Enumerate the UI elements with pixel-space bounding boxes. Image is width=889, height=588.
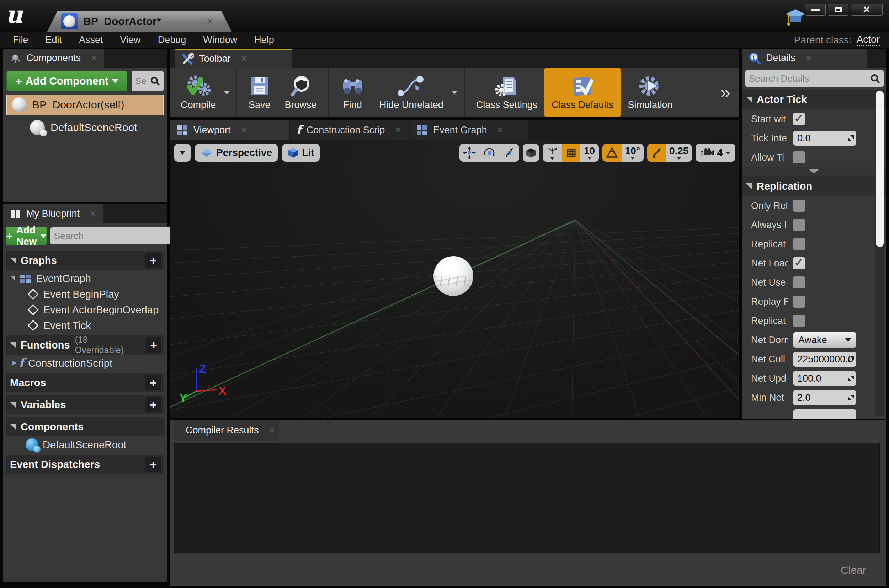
event-dispatchers-section-header[interactable]: Event Dispatchers + [6, 455, 164, 474]
tab-close-icon[interactable]: ✕ [241, 125, 247, 135]
menu-asset[interactable]: Asset [71, 34, 112, 45]
my-blueprint-search-input[interactable] [54, 231, 173, 242]
find-button[interactable]: Find [333, 68, 372, 117]
menu-help[interactable]: Help [246, 34, 283, 45]
viewport-3d[interactable]: Z X Y Perspective Lit [170, 140, 739, 418]
graphs-section-header[interactable]: Graphs + [6, 251, 164, 270]
tab-toolbar[interactable]: Toolbar ✕ [175, 49, 292, 68]
checkbox[interactable] [793, 315, 805, 327]
compile-options-chevron-icon[interactable] [224, 91, 230, 94]
grid-snap-value-button[interactable]: 10 [580, 144, 599, 162]
compiler-output[interactable] [174, 443, 880, 553]
parent-class-link[interactable]: Actor [857, 34, 880, 46]
add-graph-button[interactable]: + [145, 253, 161, 268]
checkbox[interactable] [793, 276, 805, 288]
camera-speed-button[interactable]: 4 [696, 144, 736, 162]
menu-edit[interactable]: Edit [37, 34, 71, 45]
collapse-triangle-icon[interactable] [746, 97, 752, 102]
collapse-triangle-icon[interactable] [10, 258, 16, 263]
viewport-options-button[interactable] [174, 144, 191, 162]
collapse-triangle-icon[interactable] [10, 342, 16, 348]
add-new-button[interactable]: + Add New [6, 226, 47, 245]
move-tool-button[interactable] [459, 144, 479, 162]
details-search-input[interactable] [749, 73, 868, 84]
min-net-update-field[interactable]: 2.0 [793, 390, 856, 405]
checkbox[interactable] [793, 113, 805, 125]
functions-section-header[interactable]: Functions (18 Overridable) + [6, 335, 164, 355]
details-scrollbar[interactable] [875, 91, 884, 416]
class-settings-button[interactable]: Class Settings [469, 68, 545, 117]
components-search-input[interactable] [135, 76, 148, 87]
tree-item-eventgraph[interactable]: EventGraph [6, 272, 164, 286]
tab-close-icon[interactable]: ✕ [91, 54, 97, 63]
components-search[interactable] [132, 71, 164, 91]
tab-event-graph[interactable]: Event Graph ✕ [410, 120, 528, 140]
surface-snap-button[interactable] [543, 144, 562, 162]
tab-construction-script[interactable]: f Construction Scrip ✕ [290, 120, 409, 140]
tab-close-icon[interactable]: ✕ [805, 54, 812, 63]
scale-snap-value-button[interactable]: 0.25 [666, 144, 692, 162]
toolbar-overflow-button[interactable]: » [720, 83, 736, 102]
tab-my-blueprint[interactable]: My Blueprint ✕ [3, 204, 103, 223]
scale-snap-toggle[interactable] [647, 144, 666, 162]
close-button[interactable]: ✕ [851, 3, 883, 16]
tab-close-icon[interactable]: ✕ [395, 125, 401, 135]
rotation-snap-value-button[interactable]: 10° [621, 144, 644, 162]
tab-close-icon[interactable]: ✕ [241, 54, 247, 64]
class-defaults-button[interactable]: Class Defaults [545, 68, 621, 117]
checkbox[interactable] [793, 152, 805, 164]
tab-components[interactable]: Components ✕ [3, 49, 104, 68]
macros-section-header[interactable]: Macros + [6, 373, 164, 392]
replication-section-header[interactable]: Replication [742, 176, 886, 196]
tab-compiler-results[interactable]: Compiler Results ✕ [174, 420, 279, 441]
checkbox[interactable] [793, 219, 805, 231]
asset-tab-close-icon[interactable]: ✕ [206, 16, 214, 26]
collapse-triangle-icon[interactable] [11, 276, 15, 281]
rotate-tool-button[interactable] [479, 144, 499, 162]
checkbox[interactable] [793, 200, 805, 212]
add-event-dispatcher-button[interactable]: + [145, 456, 161, 472]
scrollbar-thumb[interactable] [876, 91, 884, 247]
menu-debug[interactable]: Debug [149, 34, 195, 45]
save-button[interactable]: Save [241, 68, 278, 117]
hide-unrelated-button[interactable]: Hide Unrelated [372, 68, 451, 117]
tab-close-icon[interactable]: ✕ [90, 209, 96, 219]
simulation-button[interactable]: Simulation [621, 68, 680, 117]
default-scene-root-sphere[interactable] [433, 256, 473, 296]
collapse-triangle-icon[interactable] [746, 183, 752, 189]
tick-interval-field[interactable]: 0.0 [793, 131, 856, 146]
collapse-triangle-icon[interactable] [10, 424, 16, 429]
hide-unrelated-options-chevron-icon[interactable] [451, 91, 458, 94]
menu-file[interactable]: File [4, 34, 37, 45]
tree-item-event-actorbeginoverlap[interactable]: Event ActorBeginOverlap [6, 303, 164, 317]
minimize-button[interactable] [805, 3, 826, 16]
coordinate-system-button[interactable] [523, 144, 539, 162]
grid-snap-toggle[interactable] [562, 144, 580, 162]
checkbox[interactable] [793, 238, 805, 250]
tab-viewport[interactable]: Viewport ✕ [170, 120, 289, 140]
variables-section-header[interactable]: Variables + [6, 395, 164, 414]
checkbox[interactable] [793, 257, 805, 269]
add-component-button[interactable]: + Add Component [6, 71, 127, 91]
browse-button[interactable]: Browse [278, 68, 324, 117]
tab-close-icon[interactable]: ✕ [269, 426, 275, 435]
add-macro-button[interactable]: + [145, 375, 161, 390]
perspective-button[interactable]: Perspective [195, 144, 278, 162]
tree-item-constructionscript[interactable]: ➤ f ConstructionScript [6, 356, 164, 370]
tab-close-icon[interactable]: ✕ [497, 125, 504, 135]
compile-button[interactable]: Compile [173, 68, 223, 117]
checkbox[interactable] [793, 296, 805, 308]
component-row-defaultsceneroot[interactable]: DefaultSceneRoot [6, 117, 164, 138]
clipped-field[interactable] [793, 409, 856, 418]
net-cull-distance-field[interactable]: 225000000.0 [793, 352, 856, 367]
tutorial-cap-icon[interactable] [785, 8, 806, 29]
my-blueprint-search[interactable] [51, 227, 189, 244]
clear-button[interactable]: Clear [841, 564, 866, 576]
menu-window[interactable]: Window [194, 34, 246, 45]
tab-details[interactable]: i Details ✕ [742, 49, 867, 68]
component-row-self[interactable]: BP_DoorActor(self) [6, 94, 164, 115]
details-search[interactable] [745, 70, 884, 87]
scale-tool-button[interactable] [499, 144, 519, 162]
net-dormancy-dropdown[interactable]: Awake [793, 332, 856, 348]
asset-tab[interactable]: BP_DoorActor* ✕ [47, 10, 232, 32]
